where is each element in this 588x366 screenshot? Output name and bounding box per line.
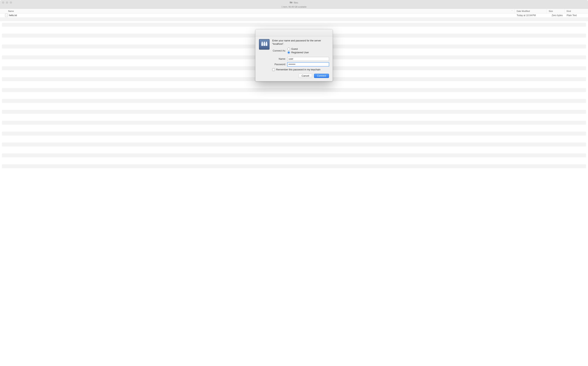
window-title: files: [294, 1, 298, 4]
name-label: Name:: [272, 58, 287, 60]
password-label: Password:: [272, 63, 287, 66]
column-size-label: Size: [549, 10, 553, 12]
remember-password-label: Remember this password in my keychain: [276, 68, 320, 71]
column-name-header[interactable]: Name ˄: [0, 9, 515, 13]
connect-button-label: Connect: [317, 75, 326, 77]
stripe: [2, 88, 586, 92]
column-date-label: Date Modified: [517, 10, 530, 12]
sort-ascending-icon: ˄: [512, 10, 513, 12]
folder-icon: [290, 1, 293, 4]
cancel-button-label: Cancel: [302, 75, 309, 77]
name-input[interactable]: [287, 57, 329, 61]
stripe: [2, 104, 586, 108]
remember-password-row[interactable]: Remember this password in my keychain: [272, 68, 329, 71]
file-list: hello.txt Today at 10:04 PM Zero bytes P…: [0, 13, 588, 21]
dialog-prompt: Enter your name and password for the ser…: [272, 39, 329, 46]
titlebar: files: [0, 0, 588, 5]
stripe: [2, 115, 586, 119]
column-kind-label: Kind: [567, 10, 571, 12]
guest-radio-row[interactable]: Guest: [287, 48, 309, 50]
stripe: [2, 121, 586, 125]
stripe: [2, 143, 586, 146]
dialog-titlebar: [256, 29, 332, 36]
stripe: [2, 93, 586, 98]
password-input[interactable]: [287, 62, 329, 66]
status-bar: 1 item, 90.49 GB available: [0, 5, 588, 9]
file-name: hello.txt: [9, 14, 17, 17]
stripe: [2, 83, 586, 87]
stripe: [2, 159, 586, 163]
status-text: 1 item, 90.49 GB available: [281, 6, 306, 8]
guest-radio-label: Guest: [291, 48, 298, 50]
stripe: [2, 23, 586, 27]
file-row[interactable]: hello.txt Today at 10:04 PM Zero bytes P…: [0, 13, 588, 17]
remember-password-checkbox[interactable]: [272, 68, 275, 71]
column-name-label: Name: [8, 10, 14, 12]
column-kind-header[interactable]: Kind: [565, 9, 588, 13]
stripe: [2, 148, 586, 152]
stripe: [2, 137, 586, 141]
registered-user-radio-row[interactable]: Registered User: [287, 51, 309, 54]
stripe: [2, 153, 586, 157]
connect-as-label: Connect As:: [272, 49, 287, 52]
stripe: [2, 126, 586, 130]
file-kind: Plain Text: [565, 14, 588, 17]
file-sharing-icon: [259, 39, 270, 50]
cancel-button[interactable]: Cancel: [298, 74, 312, 78]
file-date: Today at 10:04 PM: [515, 14, 547, 17]
column-date-header[interactable]: Date Modified: [515, 9, 547, 13]
connect-button[interactable]: Connect: [314, 74, 329, 78]
stripe: [2, 99, 586, 103]
file-size: Zero bytes: [547, 14, 565, 17]
stripe: [2, 132, 586, 136]
text-file-icon: [5, 14, 8, 17]
stripe: [2, 110, 586, 114]
connect-to-server-dialog: Enter your name and password for the ser…: [255, 29, 333, 81]
registered-user-radio-label: Registered User: [291, 51, 309, 54]
registered-user-radio[interactable]: [287, 51, 290, 54]
stripe: [2, 164, 586, 168]
empty-row: [0, 17, 588, 21]
column-size-header[interactable]: Size: [547, 9, 565, 13]
guest-radio[interactable]: [287, 48, 290, 50]
column-header: Name ˄ Date Modified Size Kind: [0, 9, 588, 13]
